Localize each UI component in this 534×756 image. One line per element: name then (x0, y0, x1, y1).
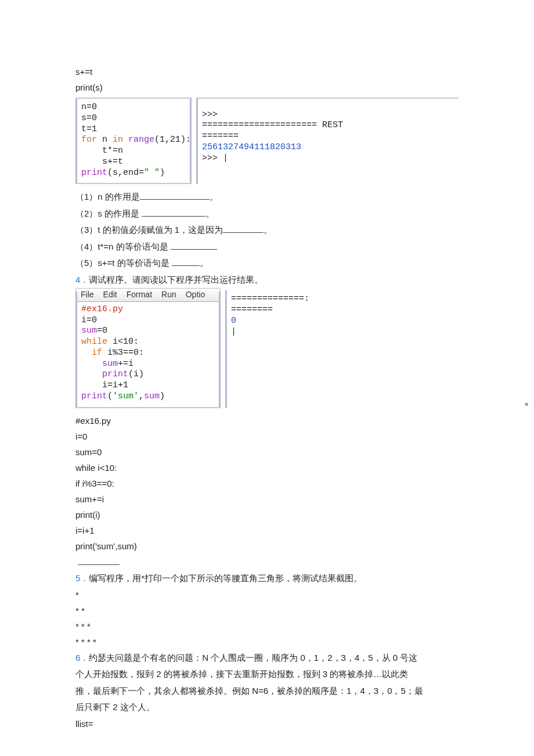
star-row: * * * * (75, 634, 459, 650)
answer-blank (75, 554, 459, 571)
subq-line: （4）t*=n 的等价语句是 (75, 239, 459, 255)
shell-line: ======= (202, 131, 453, 142)
code-line: s+=t (81, 157, 186, 168)
editor-panel-1: n=0 s=0 t=1 for n in range(1,21): t*=n s… (75, 98, 192, 184)
editor-panel-2: File Edit Format Run Optio #ex16.py i=0 … (75, 290, 221, 408)
code-line: #ex16.py (81, 304, 215, 315)
question-number: 5． (75, 573, 89, 583)
menu-run[interactable]: Run (161, 290, 176, 300)
code-line: sum=0 (81, 326, 215, 337)
shell-output: 0 (231, 316, 453, 327)
question-6-line: 个人开始报数，报到 2 的将被杀掉，接下去重新开始报数，报到 3 的将被杀掉…以… (75, 666, 459, 683)
question-6-line: 推，最后剩下一个，其余人都将被杀掉。例如 N=6，被杀掉的顺序是：1，4，3，0… (75, 683, 459, 700)
code-line: s=0 (81, 113, 186, 124)
code-line: while i<10: (75, 460, 459, 476)
star-row: * (75, 587, 459, 603)
code-line: t=1 (81, 124, 186, 135)
code-line: t*=n (81, 146, 186, 157)
page-mark-icon: ■ (525, 399, 528, 409)
code-line: i=i+1 (75, 523, 459, 538)
star-row: * * (75, 603, 459, 618)
code-line: print(s) (75, 80, 459, 95)
code-line: print(i) (75, 507, 459, 523)
subq-line: （2）s 的作用是 。 (75, 206, 459, 222)
code-line: i=0 (75, 429, 459, 444)
menu-options[interactable]: Optio (186, 290, 205, 300)
code-line: for n in range(1,21): (81, 135, 186, 146)
code-line: print('sum',sum) (81, 391, 215, 402)
code-line: llist= (75, 716, 459, 732)
subq-line: （5）s+=t 的等价语句是 。 (75, 255, 459, 272)
code-line: if i%3==0: (81, 348, 215, 359)
menu-file[interactable]: File (81, 290, 94, 300)
code-line (202, 102, 453, 110)
star-row: * * * (75, 618, 459, 634)
subq-line: （3）t 的初值必须赋值为 1，这是因为。 (75, 222, 459, 239)
question-4: 4．调试程序。请阅读以下程序并写出运行结果。 (75, 272, 459, 289)
question-5: 5．编写程序，用*打印一个如下所示的等腰直角三角形，将测试结果截图。 (75, 570, 459, 587)
menu-format[interactable]: Format (127, 290, 152, 300)
code-line: i=0 (81, 315, 215, 326)
code-line: if i%3==0: (75, 476, 459, 491)
code-line: sum+=i (75, 491, 459, 507)
shell-output: 2561327494111820313 (202, 142, 453, 153)
question-6-line: 后只剩下 2 这个人。 (75, 699, 459, 716)
code-line: i=i+1 (81, 380, 215, 391)
code-line: print(i) (81, 369, 215, 380)
code-line: print(s,end=" ") (81, 168, 186, 179)
code-line: #ex16.py (75, 413, 459, 429)
question-6: 6．约瑟夫问题是个有名的问题：N 个人围成一圈，顺序为 0，1，2，3，4，5，… (75, 650, 459, 667)
question-number: 6． (75, 653, 89, 663)
shell-prompt: >>> | (202, 153, 453, 164)
code-line: s+=t (75, 64, 459, 80)
editor-menubar[interactable]: File Edit Format Run Optio (75, 288, 221, 302)
shell-panel-2: ==============: ======== 0 | (225, 290, 459, 408)
menu-edit[interactable]: Edit (103, 290, 117, 300)
code-line: sum=0 (75, 444, 459, 460)
screenshot-row-1: n=0 s=0 t=1 for n in range(1,21): t*=n s… (75, 98, 459, 184)
shell-cursor: | (231, 327, 453, 338)
shell-panel-1: >>> ====================== REST ======= … (196, 98, 459, 184)
code-line: n=0 (81, 102, 186, 113)
code-line: sum+=i (81, 359, 215, 370)
shell-line: ====================== REST (202, 120, 453, 131)
shell-prompt: >>> (202, 110, 453, 121)
question-number: 4． (75, 275, 89, 285)
subq-line: （1）n 的作用是。 (75, 189, 459, 206)
code-line: while i<10: (81, 337, 215, 348)
shell-line: ==============: (231, 294, 453, 305)
page: s+=t print(s) n=0 s=0 t=1 for n in range… (0, 0, 534, 756)
shell-line: ======== (231, 305, 453, 316)
screenshot-row-2: File Edit Format Run Optio #ex16.py i=0 … (75, 290, 459, 408)
code-line: print('sum',sum) (75, 538, 459, 554)
